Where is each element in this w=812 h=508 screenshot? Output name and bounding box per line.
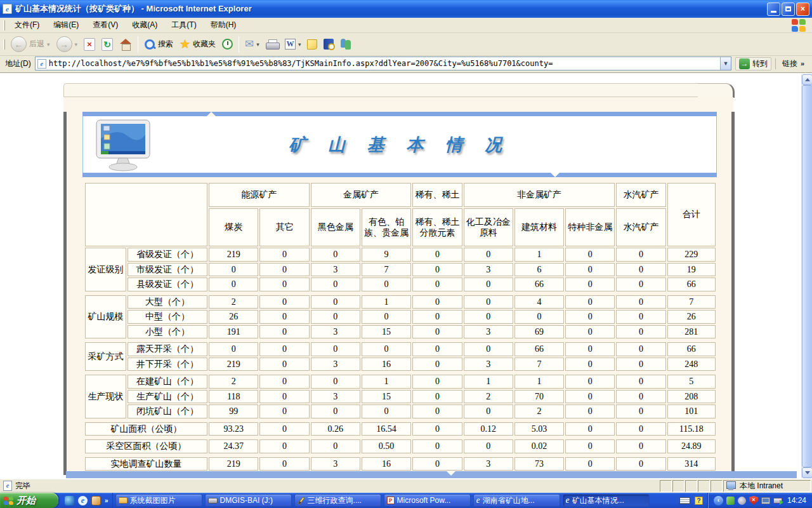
sub-col-header: 黑色金属	[311, 208, 360, 246]
mine-statistics-table: 能源矿产金属矿产稀有、稀土非金属矿产水汽矿产合计煤炭其它黑色金属有色、铂族、贵金…	[84, 182, 717, 472]
value-cell: 101	[667, 404, 716, 418]
history-button[interactable]	[219, 34, 236, 55]
stop-button[interactable]: ×	[81, 34, 98, 55]
taskbar-task[interactable]: e矿山基本情况...	[563, 494, 650, 507]
value-cell: 5	[667, 375, 716, 389]
value-cell: 0	[259, 263, 309, 277]
security-shield-icon[interactable]: ×	[749, 496, 758, 505]
intranet-icon	[726, 481, 737, 490]
help-icon[interactable]: ?	[695, 497, 703, 505]
quick-launch-chevron-icon[interactable]: »	[105, 497, 108, 504]
tray-collapse-icon[interactable]: ‹	[714, 496, 723, 505]
sub-col-header: 有色、铂族、贵金属	[362, 208, 411, 246]
value-cell: 16.54	[362, 422, 411, 436]
value-cell: 219	[209, 248, 258, 262]
page-ie-icon: e	[37, 59, 46, 69]
value-cell: 0	[565, 277, 615, 291]
value-cell: 0	[412, 375, 462, 389]
messenger-button[interactable]	[337, 34, 356, 55]
note-button[interactable]	[304, 34, 320, 55]
go-button[interactable]: → 转到	[735, 57, 771, 70]
value-cell: 0	[412, 295, 462, 309]
browser-viewport: 矿 山 基 本 情 况 能源矿产金属矿产稀有、稀土非金属矿产水汽矿产合计煤炭其它…	[0, 72, 812, 478]
vertical-scrollbar[interactable]	[801, 74, 812, 478]
col-group-header: 金属矿产	[311, 183, 412, 207]
value-cell: 0	[412, 310, 462, 324]
book-magnifier-icon	[324, 39, 334, 50]
table-row: 中型（个）260000000026	[85, 310, 716, 324]
search-button[interactable]: 搜索	[141, 34, 176, 55]
taskbar-task[interactable]: e湖南省矿山地...	[473, 494, 560, 507]
volume-icon[interactable]	[738, 497, 746, 505]
tray-update-icon[interactable]	[726, 497, 735, 505]
taskbar-task[interactable]: PMicrosoft Pow...	[384, 494, 471, 507]
group-spacer	[85, 420, 716, 421]
safely-remove-icon[interactable]	[773, 498, 782, 504]
task-label: Microsoft Pow...	[397, 496, 451, 505]
taskbar-task[interactable]: 三维行政查询....	[294, 494, 381, 507]
refresh-button[interactable]: ↻	[98, 34, 116, 55]
value-cell: 0	[311, 295, 360, 309]
close-button[interactable]: ×	[796, 3, 809, 16]
menubar-grip[interactable]	[3, 20, 5, 30]
menu-edit[interactable]: 编辑(E)	[46, 18, 86, 32]
value-cell: 0	[209, 277, 258, 291]
value-cell: 2	[464, 390, 513, 404]
group-spacer	[85, 340, 716, 341]
links-bar[interactable]: 链接 »	[775, 58, 809, 69]
task-label: DMGIS-BAI (J:)	[220, 496, 273, 505]
mail-button[interactable]: ✉ ▾	[242, 34, 263, 55]
value-cell: 1	[362, 295, 411, 309]
mail-dropdown-icon[interactable]: ▾	[256, 41, 259, 48]
value-cell: 0	[565, 457, 615, 471]
menu-tools[interactable]: 工具(T)	[164, 18, 203, 32]
quick-launch-icon-1[interactable]	[65, 496, 74, 505]
value-cell: 0	[259, 390, 309, 404]
address-dropdown-button[interactable]: ▼	[720, 57, 731, 70]
value-cell: 0	[259, 457, 309, 471]
print-button[interactable]	[263, 34, 282, 55]
bar-notch	[447, 471, 455, 476]
scrollbar-thumb[interactable]	[802, 85, 812, 467]
table-row: 小型（个）1910315036900281	[85, 325, 716, 339]
menu-help[interactable]: 帮助(H)	[204, 18, 244, 32]
row-group-label: 发证级别	[85, 248, 126, 291]
menu-file[interactable]: 文件(F)	[8, 18, 46, 32]
quick-launch-icon-3[interactable]	[91, 496, 101, 505]
value-cell: 248	[667, 358, 716, 371]
research-button[interactable]	[320, 34, 337, 55]
ie-app-icon: e	[3, 4, 12, 14]
scroll-down-button[interactable]	[802, 467, 812, 478]
toolbar-grip[interactable]	[3, 39, 5, 50]
value-cell: 0	[514, 310, 564, 324]
row-group-label: 矿山规模	[85, 295, 126, 339]
forward-button[interactable]: → ▾	[53, 34, 81, 55]
keyboard-icon[interactable]	[679, 497, 690, 504]
group-spacer	[85, 455, 716, 456]
links-chevron-icon[interactable]: »	[801, 60, 804, 67]
favorites-button[interactable]: ★ 收藏夹	[176, 34, 219, 55]
monitor-icon	[95, 119, 154, 171]
forward-dropdown-icon[interactable]: ▾	[75, 41, 78, 48]
word-dropdown-icon[interactable]: ▾	[298, 41, 301, 48]
ie-toolbar: ← 后退 ▾ → ▾ × ↻ 搜索 ★ 收藏夹 ✉ ▾ W ▾	[0, 33, 812, 56]
edit-with-word-button[interactable]: W ▾	[282, 34, 304, 55]
scroll-up-button[interactable]	[802, 74, 812, 85]
menu-favorites[interactable]: 收藏(A)	[125, 18, 164, 32]
value-cell: 7	[514, 358, 564, 371]
home-button[interactable]	[116, 34, 135, 55]
taskbar-task[interactable]: 系统截图图片	[115, 494, 202, 507]
back-dropdown-icon[interactable]: ▾	[47, 41, 50, 48]
value-cell: 0	[259, 358, 309, 371]
display-icon[interactable]	[761, 497, 770, 504]
quick-launch-ie-icon[interactable]: e	[78, 496, 88, 505]
back-button[interactable]: ← 后退 ▾	[8, 34, 53, 55]
value-cell: 0	[412, 342, 462, 356]
value-cell: 0	[362, 404, 411, 418]
restore-button[interactable]	[782, 3, 795, 16]
address-input[interactable]: e http://localhost/%e7%9f%bf%e5%b1%b1%e5…	[35, 57, 731, 70]
start-button[interactable]: 开始	[0, 493, 58, 508]
taskbar-task[interactable]: DMGIS-BAI (J:)	[205, 494, 292, 507]
minimize-button[interactable]	[767, 3, 780, 16]
menu-view[interactable]: 查看(V)	[86, 18, 125, 32]
